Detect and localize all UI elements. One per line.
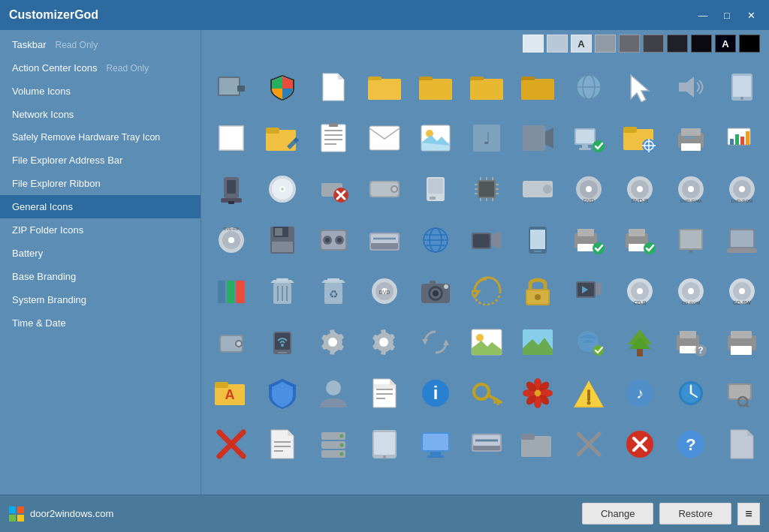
icon-cell[interactable] <box>514 114 562 162</box>
sidebar-item-system-branding[interactable]: System Branding <box>0 288 201 311</box>
icon-cell[interactable] <box>463 165 511 213</box>
sidebar-item-zip-folder[interactable]: ZIP Folder Icons <box>0 218 201 242</box>
icon-cell[interactable] <box>309 318 357 366</box>
theme-swatch-1[interactable] <box>523 35 544 53</box>
maximize-button[interactable]: □ <box>718 8 736 22</box>
icon-cell[interactable] <box>616 318 664 366</box>
icon-cell[interactable]: DVD-RAM <box>667 165 715 213</box>
icon-cell[interactable] <box>565 420 613 468</box>
icon-cell[interactable] <box>667 216 715 264</box>
icon-cell[interactable] <box>463 63 511 111</box>
icon-cell[interactable] <box>412 114 460 162</box>
icon-cell[interactable] <box>718 318 766 366</box>
change-button[interactable]: Change <box>582 503 654 524</box>
icon-cell[interactable]: DVD <box>565 165 613 213</box>
icon-cell[interactable] <box>565 267 613 315</box>
icon-cell[interactable]: A <box>207 369 255 417</box>
sidebar-item-base-branding[interactable]: Base Branding <box>0 265 201 288</box>
icon-cell[interactable] <box>258 369 306 417</box>
icon-cell[interactable]: ♩ <box>463 114 511 162</box>
icon-cell[interactable] <box>718 216 766 264</box>
icon-cell[interactable] <box>514 318 562 366</box>
icon-cell[interactable] <box>360 165 409 213</box>
icon-cell[interactable] <box>565 369 613 417</box>
icon-cell[interactable] <box>309 63 357 111</box>
sidebar-item-taskbar[interactable]: Taskbar Read Only <box>0 33 201 56</box>
icon-cell[interactable] <box>207 63 255 111</box>
icon-cell[interactable] <box>412 420 460 468</box>
icon-cell[interactable] <box>616 114 664 162</box>
theme-swatch-7[interactable] <box>691 35 712 53</box>
icon-cell[interactable] <box>258 267 306 315</box>
theme-swatch-a-light[interactable]: A <box>571 35 592 53</box>
icon-cell[interactable]: i <box>412 369 460 417</box>
icon-cell[interactable]: CD-B <box>616 267 664 315</box>
icon-cell[interactable] <box>360 369 409 417</box>
icon-cell[interactable] <box>258 318 306 366</box>
icon-cell[interactable] <box>309 369 357 417</box>
icon-cell[interactable]: DVD-R <box>616 165 664 213</box>
icon-cell[interactable]: DVD-RW <box>207 216 255 264</box>
icon-cell[interactable] <box>463 318 511 366</box>
icon-cell[interactable]: ♻ <box>309 267 357 315</box>
restore-button[interactable]: Restore <box>659 503 731 524</box>
icon-cell[interactable] <box>258 216 306 264</box>
icon-cell[interactable] <box>309 165 357 213</box>
icon-cell[interactable]: CD-RW <box>718 267 766 315</box>
icon-cell[interactable] <box>309 114 357 162</box>
icon-cell[interactable] <box>667 63 715 111</box>
icon-cell[interactable]: CD-ROM <box>667 267 715 315</box>
sidebar-item-action-center[interactable]: Action Center Icons Read Only <box>0 56 201 80</box>
icon-cell[interactable] <box>514 63 562 111</box>
icon-cell[interactable] <box>412 63 460 111</box>
icon-cell[interactable] <box>207 165 255 213</box>
theme-swatch-2[interactable] <box>547 35 568 53</box>
icon-cell[interactable] <box>463 420 511 468</box>
theme-swatch-4[interactable] <box>619 35 640 53</box>
icon-cell[interactable] <box>463 216 511 264</box>
icon-cell[interactable] <box>565 114 613 162</box>
icon-cell[interactable] <box>207 420 255 468</box>
minimize-button[interactable]: — <box>694 8 712 22</box>
icon-cell[interactable] <box>412 216 460 264</box>
icon-cell[interactable] <box>565 216 613 264</box>
sidebar-item-safely-remove[interactable]: Safely Remove Hardware Tray Icon <box>0 126 201 149</box>
icon-cell[interactable] <box>360 63 409 111</box>
icon-cell[interactable] <box>514 420 562 468</box>
close-button[interactable]: ✕ <box>742 8 760 22</box>
sidebar-item-time-date[interactable]: Time & Date <box>0 311 201 335</box>
sidebar-item-battery[interactable]: Battery <box>0 242 201 265</box>
theme-swatch-5[interactable] <box>643 35 664 53</box>
sidebar-item-network[interactable]: Network Icons <box>0 103 201 126</box>
icon-cell[interactable] <box>718 114 766 162</box>
icon-cell[interactable] <box>718 420 766 468</box>
icon-cell[interactable] <box>667 369 715 417</box>
icon-cell[interactable] <box>258 165 306 213</box>
icon-cell[interactable] <box>718 63 766 111</box>
icon-cell[interactable] <box>514 369 562 417</box>
icon-cell[interactable] <box>412 318 460 366</box>
icon-cell[interactable] <box>718 369 766 417</box>
icon-cell[interactable] <box>309 420 357 468</box>
icon-cell[interactable] <box>258 63 306 111</box>
sidebar-item-general-icons[interactable]: General Icons <box>0 195 201 218</box>
theme-swatch-3[interactable] <box>595 35 616 53</box>
icon-cell[interactable] <box>207 114 255 162</box>
icon-cell[interactable] <box>514 165 562 213</box>
icon-cell[interactable] <box>309 216 357 264</box>
icon-cell[interactable] <box>412 165 460 213</box>
icon-cell[interactable]: ♪ <box>616 369 664 417</box>
icon-cell[interactable] <box>207 267 255 315</box>
icon-cell[interactable] <box>667 114 715 162</box>
menu-button[interactable]: ≡ <box>737 503 760 525</box>
theme-swatch-black[interactable] <box>739 35 760 53</box>
icon-cell[interactable] <box>207 318 255 366</box>
icon-cell[interactable] <box>514 267 562 315</box>
icon-cell[interactable] <box>360 318 409 366</box>
icon-cell[interactable] <box>514 216 562 264</box>
icon-cell[interactable] <box>565 63 613 111</box>
sidebar-item-volume[interactable]: Volume Icons <box>0 80 201 103</box>
icon-cell[interactable] <box>412 267 460 315</box>
icon-cell[interactable] <box>616 63 664 111</box>
icon-cell[interactable] <box>360 420 409 468</box>
